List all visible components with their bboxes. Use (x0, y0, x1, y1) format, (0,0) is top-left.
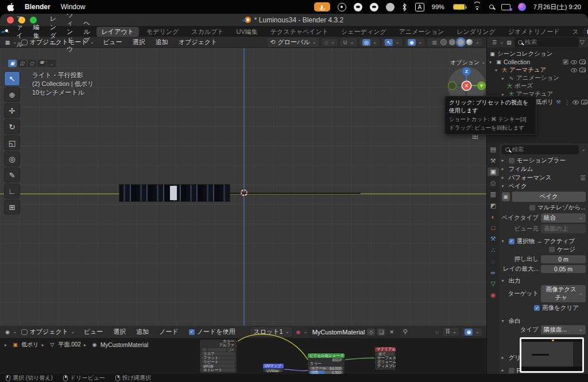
hide-eye-icon[interactable] (571, 60, 577, 64)
arc-icon[interactable] (386, 3, 394, 11)
outliner-row-pose[interactable]: 大 ポーズ (487, 82, 588, 90)
menu-file[interactable]: ファイル (13, 14, 27, 49)
material-name-field[interactable]: MyCustomMaterial ◇ ❏ ✕ (309, 328, 400, 337)
snap-target-dropdown[interactable]: ⠿ (442, 327, 461, 337)
outliner-row-animation[interactable]: ▸ ∿ アニメーション (487, 74, 588, 82)
snap-icon[interactable]: ∪ (433, 329, 441, 336)
editor-type-shader-icon[interactable]: ◉ (3, 329, 11, 336)
outliner-row-collection[interactable]: ▾ ▣ Collection ✓ (487, 58, 588, 66)
viewport-menu-view[interactable]: ビュー (98, 38, 127, 46)
disable-render-icon[interactable] (579, 60, 586, 64)
pin-icon[interactable]: ⚲ (403, 328, 407, 336)
node-uvmap[interactable]: UVマップ UVMap (262, 363, 284, 373)
use-nodes-checkbox[interactable]: ✓ (189, 329, 195, 335)
preset-list-icon[interactable]: ☰ (581, 174, 586, 181)
siri-icon[interactable] (518, 3, 526, 11)
tab-scripting[interactable]: ス (567, 27, 579, 37)
gizmo-y-axis[interactable]: Y (477, 81, 486, 90)
expand-chevron-icon[interactable]: ▾ (489, 60, 494, 65)
obs-icon[interactable] (338, 3, 346, 11)
panel-margin[interactable]: ▾余白 (502, 317, 586, 325)
select-subtract-icon[interactable]: ◻ (28, 60, 36, 67)
overlays-dropdown[interactable]: ◉ (404, 38, 426, 47)
material-browse-icon[interactable]: ◉ (294, 329, 302, 336)
menu-edit[interactable]: 編集 (29, 23, 44, 40)
tool-transform-icon[interactable]: ◎ (4, 151, 20, 166)
tool-scale-icon[interactable]: ◱ (4, 135, 20, 150)
collection-checkbox[interactable]: ✓ (563, 59, 568, 65)
viewport-menu-add[interactable]: 追加 (151, 38, 173, 46)
shader-menu-view[interactable]: ビュー (79, 328, 108, 336)
bake-type-dropdown[interactable]: 統合 (541, 213, 586, 223)
extrusion-value[interactable]: 0 m (541, 255, 586, 263)
unlink-material-icon[interactable]: ✕ (388, 329, 396, 336)
tool-measure-icon[interactable]: ∟ (4, 184, 20, 198)
panel-output[interactable]: ▾出力 (502, 276, 586, 285)
transform-orientation-dropdown[interactable]: ⟲ グローバル (266, 37, 320, 48)
freestyle-checkbox[interactable] (509, 368, 514, 373)
outliner-search[interactable]: 検索 (514, 37, 579, 47)
scene-selector[interactable]: ◩ Scene ⚲ ❏ (583, 28, 588, 36)
panel-bake[interactable]: ▾ベイク (502, 182, 586, 190)
select-intersect-icon[interactable]: ◞ (47, 60, 56, 67)
gizmo-z-axis[interactable]: Z (462, 67, 471, 76)
properties-search[interactable]: 検索 (502, 145, 579, 154)
fake-user-shield-icon[interactable]: ◇ (367, 329, 375, 336)
outliner-display-chevron-icon[interactable] (500, 39, 504, 46)
lowpoly-model-edge-view[interactable] (119, 185, 230, 201)
bluetooth-icon[interactable] (402, 3, 408, 11)
tool-select-box-icon[interactable]: ↖ (4, 71, 20, 86)
input-source-icon[interactable]: A (415, 3, 424, 11)
ray-distance-value[interactable]: 0.05 m (541, 265, 586, 273)
expand-chevron-icon[interactable]: ▾ (495, 68, 500, 73)
zoom-window-button[interactable] (30, 17, 37, 24)
menu-help[interactable]: ヘルプ (79, 19, 94, 45)
pivot-point-dropdown[interactable]: ◌ (321, 38, 338, 47)
panel-motion-blur[interactable]: ▸モーションブラー (502, 156, 586, 165)
uvmap-field[interactable]: UVMap (265, 369, 282, 372)
alpha-mode-field[interactable]: ストレート (202, 368, 235, 372)
tab-modifiers-icon[interactable]: ⚒ (488, 235, 499, 243)
menu-window[interactable]: ウィンドウ (63, 10, 77, 53)
extension-field[interactable]: リピート (202, 360, 235, 364)
shader-node-canvas[interactable]: ▸ ▣ 低ポリ ▸ ▽ 平面.002 ▸ ◉ MyCustomMaterial … (0, 338, 486, 374)
menu-render[interactable]: レンダー (46, 14, 60, 49)
tool-add-cube-icon[interactable]: ⊞ (4, 200, 20, 215)
tab-physics-icon[interactable]: ◌ (488, 257, 499, 266)
shader-menu-node[interactable]: ノード (154, 328, 183, 336)
tab-view-layer-icon[interactable]: ▥ (488, 190, 499, 198)
material-browse-chevron-icon[interactable] (303, 329, 308, 336)
margin-type-dropdown[interactable]: 隣接面... (541, 325, 586, 334)
wifi-icon[interactable] (473, 4, 482, 10)
breadcrumb-toggle-icon[interactable]: ▸ (5, 342, 9, 348)
node-image-texture[interactable]: カラー アルファ ❏✕ リニア フラット リピート sRGB ストレート (199, 339, 237, 374)
selected-to-active-checkbox[interactable]: ✓ (509, 239, 514, 244)
xray-icon[interactable]: ▦ (430, 39, 438, 46)
spotlight-search-icon[interactable] (489, 5, 494, 9)
options-button[interactable]: オプション (450, 59, 486, 67)
snap-dropdown[interactable]: ∪ (339, 37, 358, 47)
slot-dropdown[interactable]: スロット1 (250, 326, 293, 337)
hide-eye-icon[interactable] (572, 100, 579, 104)
apple-logo-icon[interactable] (7, 3, 14, 11)
select-invert-icon[interactable]: ◚ (37, 60, 46, 67)
editor-type-properties-icon[interactable]: ▤ (488, 145, 499, 154)
bake-button[interactable]: ベイク (512, 192, 586, 202)
target-dropdown[interactable]: 画像テクスチャ (541, 285, 586, 302)
tool-rotate-icon[interactable]: ↻ (4, 119, 20, 134)
panel-film[interactable]: ▸フィルム (502, 165, 586, 173)
editor-type-chevron-icon[interactable] (13, 329, 17, 336)
line-app-icon[interactable] (370, 3, 378, 11)
outliner-filter-mode-icon[interactable]: ▤ (505, 39, 513, 46)
outliner-row-scene-collection[interactable]: ▣ シーンコレクション (487, 50, 588, 58)
outliner-row-armature[interactable]: ▾ 大 アーマチュア (487, 66, 588, 74)
tab-sculpting[interactable]: スカルプト (186, 27, 229, 37)
tab-constraints-icon[interactable]: ∞ (488, 268, 499, 277)
tab-tool-icon[interactable]: ⚒ (488, 157, 499, 165)
shading-rendered-icon[interactable] (466, 39, 473, 45)
editor-type-3dview-icon[interactable]: ▦ (3, 39, 11, 46)
menubar-app-name[interactable]: Blender (25, 3, 51, 11)
shading-material-icon[interactable] (458, 39, 464, 45)
panel-selected-to-active[interactable]: ▾✓選択物 → アクティブ (502, 237, 586, 245)
tab-render-icon[interactable]: ▣ (488, 167, 499, 176)
